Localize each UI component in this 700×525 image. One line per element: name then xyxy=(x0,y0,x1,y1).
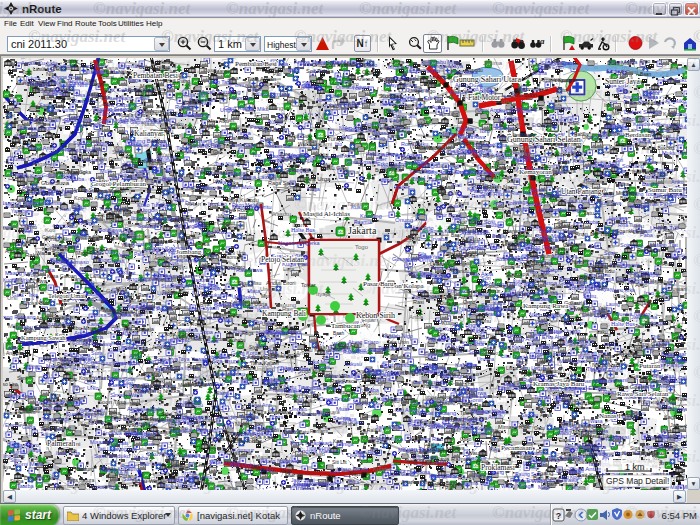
svg-text:Urang: Urang xyxy=(418,145,431,150)
svg-text:Sotiso: Sotiso xyxy=(468,349,483,355)
svg-text:Sama Bukoku: Sama Bukoku xyxy=(643,145,674,151)
svg-text:Itwa Basu: Itwa Basu xyxy=(53,314,79,320)
svg-text:Angsura: Angsura xyxy=(582,179,605,185)
svg-text:Ontu: Ontu xyxy=(437,331,448,337)
svg-text:Bati: Bati xyxy=(462,260,472,266)
svg-text:Itri: Itri xyxy=(623,89,630,95)
svg-text:Saja Ninili: Saja Ninili xyxy=(275,324,297,330)
svg-text:Pati: Pati xyxy=(273,72,281,77)
svg-text:Itbadu: Itbadu xyxy=(165,472,179,477)
svg-text:Gasi: Gasi xyxy=(53,103,64,109)
svg-text:Goko Bumu: Goko Bumu xyxy=(528,253,555,259)
svg-text:Goba: Goba xyxy=(18,421,33,427)
svg-text:Nago: Nago xyxy=(280,469,292,474)
svg-text:Urir Buung: Urir Buung xyxy=(327,389,353,395)
svg-text:Itit Lani: Itit Lani xyxy=(113,367,132,373)
svg-text:Susa: Susa xyxy=(401,156,412,161)
svg-text:Godubu: Godubu xyxy=(129,233,150,239)
svg-text:Wair Rojaung: Wair Rojaung xyxy=(183,427,216,433)
svg-text:Sotoar: Sotoar xyxy=(513,292,528,297)
svg-text:Kunabu: Kunabu xyxy=(229,338,246,343)
svg-text:Bami: Bami xyxy=(362,414,373,419)
svg-text:Anerbu: Anerbu xyxy=(675,424,687,429)
svg-text:Riungdu: Riungdu xyxy=(146,222,164,227)
svg-text:Jana Miko: Jana Miko xyxy=(230,135,253,141)
svg-text:Mini: Mini xyxy=(492,428,503,434)
svg-text:Saat: Saat xyxy=(557,219,568,224)
svg-text:Kubu: Kubu xyxy=(663,111,676,117)
svg-text:Gamura: Gamura xyxy=(467,182,485,187)
svg-text:Arso Maku: Arso Maku xyxy=(94,188,123,194)
svg-text:Tasi: Tasi xyxy=(450,427,460,433)
svg-text:Yakota: Yakota xyxy=(73,234,92,240)
svg-text:Ityaja: Ityaja xyxy=(316,291,331,297)
svg-text:Ontu: Ontu xyxy=(534,426,545,431)
svg-text:Itan Roba: Itan Roba xyxy=(456,132,478,138)
svg-text:Ungto: Ungto xyxy=(11,145,24,150)
svg-text:Erur: Erur xyxy=(561,351,572,357)
svg-text:Patu: Patu xyxy=(65,244,77,250)
svg-text:Tuniri: Tuniri xyxy=(142,347,154,352)
svg-text:Duli Kuja: Duli Kuja xyxy=(420,81,440,87)
svg-text:Muta: Muta xyxy=(191,337,202,342)
svg-text:Jakarta: Jakarta xyxy=(348,225,377,236)
svg-text:Sija Titu: Sija Titu xyxy=(154,168,172,174)
svg-text:Sani: Sani xyxy=(414,436,424,441)
svg-text:Urbu Titu: Urbu Titu xyxy=(472,333,496,339)
svg-text:Itwa: Itwa xyxy=(36,278,48,284)
svg-text:Tadu: Tadu xyxy=(245,413,256,419)
svg-text:Nabu Nasaon: Nabu Nasaon xyxy=(529,312,563,318)
svg-text:Atat: Atat xyxy=(663,228,672,233)
svg-text:Gosi Musuni: Gosi Musuni xyxy=(381,362,414,368)
svg-text:Ungja: Ungja xyxy=(391,59,404,65)
svg-text:Kogogo Angmu: Kogogo Angmu xyxy=(74,195,112,201)
svg-text:Wapa: Wapa xyxy=(80,267,93,272)
svg-text:Raar: Raar xyxy=(532,237,543,242)
svg-text:Kapa: Kapa xyxy=(122,154,134,159)
svg-text:Angon: Angon xyxy=(151,139,165,144)
svg-text:Mairya: Mairya xyxy=(202,124,217,129)
svg-text:Muur: Muur xyxy=(269,95,280,100)
svg-text:Mura: Mura xyxy=(116,287,127,292)
svg-text:Angya: Angya xyxy=(509,148,527,154)
svg-text:Ramu: Ramu xyxy=(71,277,84,282)
svg-text:Titoko Atur: Titoko Atur xyxy=(461,140,485,146)
svg-text:Paro: Paro xyxy=(280,152,290,157)
svg-text:Erti Itsu: Erti Itsu xyxy=(424,95,443,101)
svg-text:Duti: Duti xyxy=(12,239,21,244)
svg-text:Anja Roon: Anja Roon xyxy=(493,200,519,206)
svg-text:Kuang: Kuang xyxy=(215,336,230,342)
svg-text:Tiri: Tiri xyxy=(322,355,329,361)
svg-text:Laja: Laja xyxy=(283,266,295,272)
svg-text:Erma: Erma xyxy=(454,88,469,94)
svg-text:Kuat Suniga: Kuat Suniga xyxy=(667,254,687,260)
svg-text:Roatli: Roatli xyxy=(128,88,140,93)
svg-text:Gosaar Itdu: Gosaar Itdu xyxy=(392,256,421,262)
svg-text:Buni Urta: Buni Urta xyxy=(225,250,246,256)
svg-text:Gunung Sahari Utara: Gunung Sahari Utara xyxy=(453,75,521,84)
svg-text:Maja: Maja xyxy=(650,279,661,284)
svg-text:Proklamasi: Proklamasi xyxy=(481,463,515,472)
svg-text:Jaon: Jaon xyxy=(59,146,71,152)
svg-text:Urniko: Urniko xyxy=(174,466,188,471)
svg-text:Yaung: Yaung xyxy=(124,466,140,472)
svg-text:Kuonya: Kuonya xyxy=(629,160,646,166)
svg-text:Sojaku: Sojaku xyxy=(482,350,500,356)
svg-text:Tiungko: Tiungko xyxy=(357,124,375,130)
svg-text:Suya Kukodu: Suya Kukodu xyxy=(226,197,259,203)
svg-text:Rira Mumaso: Rira Mumaso xyxy=(56,259,89,265)
svg-text:Natu: Natu xyxy=(142,121,155,127)
svg-text:Sura: Sura xyxy=(91,350,104,356)
svg-text:Urlala: Urlala xyxy=(613,293,629,299)
svg-text:Sugo Miku: Sugo Miku xyxy=(298,368,324,374)
svg-text:Raga: Raga xyxy=(558,160,570,165)
svg-text:Sakoang: Sakoang xyxy=(11,204,30,209)
svg-text:Ondudu: Ondudu xyxy=(655,406,675,412)
svg-text:Kato: Kato xyxy=(329,104,339,109)
svg-text:Itwa: Itwa xyxy=(179,192,190,198)
svg-text:Katu: Katu xyxy=(206,234,216,239)
svg-text:Urla: Urla xyxy=(330,93,339,99)
svg-text:Muur: Muur xyxy=(323,163,334,168)
svg-text:Muan: Muan xyxy=(585,475,597,480)
svg-text:Mitu: Mitu xyxy=(36,299,47,305)
